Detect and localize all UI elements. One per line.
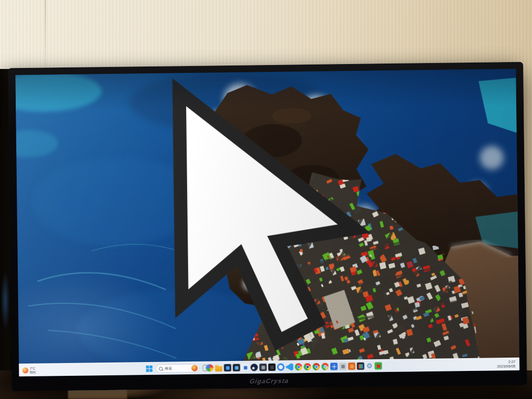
weather-sun-icon <box>22 367 28 373</box>
taskbar-icon-vscode[interactable] <box>286 363 293 370</box>
taskbar-icon-chrome-profile-3[interactable] <box>312 363 320 370</box>
taskbar-icon-settings[interactable]: ⚙ <box>366 362 373 369</box>
taskbar-icon-terminal-app[interactable] <box>268 364 275 371</box>
taskbar-icon-media-stripes-app[interactable] <box>357 363 364 370</box>
search-placeholder: 検索 <box>165 366 172 371</box>
monitor-bezel: 7°C 晴れ 検索 <box>8 62 527 392</box>
monitor: 7°C 晴れ 検索 <box>8 62 527 392</box>
taskbar-icon-orange-app[interactable] <box>348 363 355 370</box>
search-box[interactable]: 検索 <box>156 364 199 373</box>
clock-tray[interactable]: 2:27 2023/05/05 <box>497 358 516 370</box>
weather-text: 7°C 晴れ <box>30 366 36 373</box>
taskbar-icon-laptop-app[interactable] <box>339 363 346 370</box>
taskbar-icon-office-grid-app[interactable] <box>330 363 337 370</box>
weather-condition: 晴れ <box>30 370 36 373</box>
taskbar-icon-audio-app[interactable] <box>233 364 240 371</box>
taskbar-center: 検索 <box>146 362 209 375</box>
taskbar-icon-video-app[interactable] <box>259 364 266 371</box>
search-icon <box>159 366 163 370</box>
monitor-brand-logo: GigaCrysta <box>249 377 290 385</box>
taskbar-icon-paint-app[interactable] <box>241 364 249 371</box>
taskbar-icon-blue-tile-app[interactable] <box>224 364 231 371</box>
taskbar-icon-chrome-profile-4[interactable] <box>321 363 329 370</box>
taskbar-icon-file-explorer[interactable] <box>215 364 222 371</box>
widgets-weather-button[interactable]: 7°C 晴れ <box>22 364 36 376</box>
mouse-cursor-icon <box>15 69 519 364</box>
windows-logo-icon <box>146 366 149 368</box>
taskbar-icon-plant-app[interactable] <box>374 362 382 369</box>
photo-of-monitor-scene: 7°C 晴れ 検索 <box>0 0 532 399</box>
search-daily-image-icon <box>191 365 198 371</box>
desktop-wallpaper <box>15 69 519 364</box>
tray-date: 2023/05/05 <box>497 364 516 368</box>
wall-corner-crease <box>45 0 46 74</box>
screen: 7°C 晴れ 検索 <box>15 69 519 376</box>
taskbar-icon-steam[interactable] <box>250 364 258 371</box>
taskbar-icon-chrome-profile-2[interactable] <box>303 363 311 370</box>
taskbar-icon-pinwheel-app[interactable] <box>206 364 213 371</box>
start-button[interactable] <box>146 366 152 372</box>
taskbar-icon-chrome[interactable] <box>295 363 302 370</box>
taskbar-icon-browser-ring-app[interactable] <box>277 364 284 371</box>
